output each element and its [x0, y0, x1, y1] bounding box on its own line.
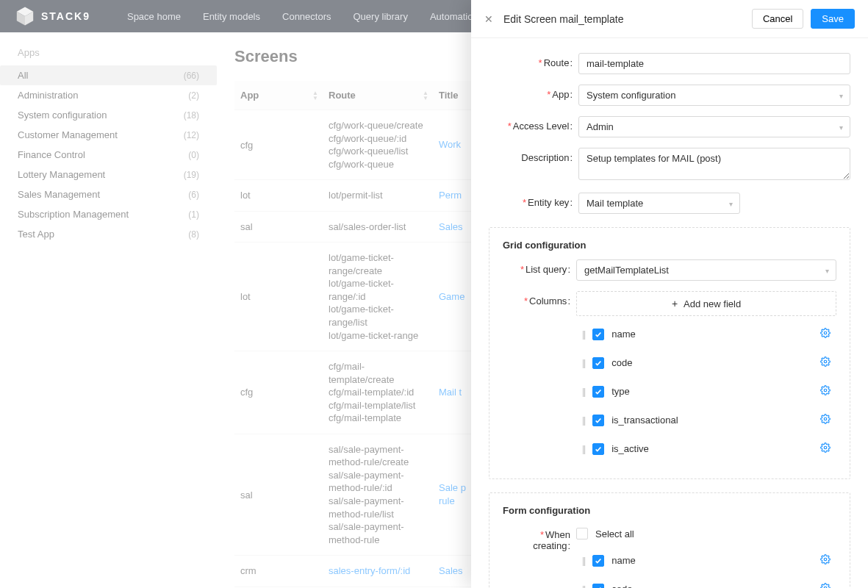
sidebar-item-count: (2) — [188, 90, 199, 101]
select-all-checkbox[interactable] — [576, 528, 588, 539]
access-select[interactable]: Admin — [578, 116, 850, 137]
drag-handle-icon[interactable]: || — [582, 358, 585, 368]
cell-route: cfg/work-queue/createcfg/work-queue/:idc… — [323, 110, 433, 180]
cell-app: sal — [234, 434, 323, 555]
column-field-item[interactable]: ||type — [576, 379, 836, 404]
description-textarea[interactable]: Setup templates for MAIL (post) — [578, 148, 850, 180]
field-checkbox[interactable] — [592, 584, 604, 589]
field-name-label: code — [611, 584, 820, 588]
column-field-item[interactable]: ||is_active — [576, 437, 836, 461]
sidebar-item-label: Sales Management — [18, 189, 100, 200]
nav-item[interactable]: Entity models — [203, 11, 260, 22]
field-name-label: is_active — [611, 443, 820, 454]
column-field-item[interactable]: ||name — [576, 548, 836, 573]
nav-item[interactable]: Query library — [354, 11, 408, 22]
sidebar-item-label: All — [18, 70, 28, 81]
field-checkbox[interactable] — [592, 329, 604, 340]
form-config-title: Form configuration — [503, 505, 836, 516]
sort-icon[interactable]: ▲▼ — [312, 90, 318, 101]
column-field-item[interactable]: ||is_transactional — [576, 408, 836, 432]
drag-handle-icon[interactable]: || — [582, 387, 585, 397]
field-checkbox[interactable] — [592, 357, 604, 369]
cancel-button[interactable]: Cancel — [752, 9, 803, 29]
field-name-label: name — [611, 329, 820, 340]
gear-icon[interactable] — [820, 583, 831, 588]
cell-route: lot/game-ticket-range/createlot/game-tic… — [323, 243, 433, 351]
nav-items: Space homeEntity modelsConnectorsQuery l… — [127, 11, 483, 22]
cell-route: sal/sale-payment-method-rule/createsal/s… — [323, 434, 433, 555]
gear-icon[interactable] — [820, 385, 831, 398]
cell-route: lot/permit-list — [323, 180, 433, 212]
gear-icon[interactable] — [820, 328, 831, 340]
sidebar-item[interactable]: System configuration(18) — [0, 105, 217, 125]
svg-point-5 — [824, 389, 827, 392]
column-field-item[interactable]: ||code — [576, 351, 836, 375]
sidebar-item-count: (66) — [184, 71, 199, 81]
col-header-app[interactable]: App ▲▼ — [234, 81, 323, 110]
save-button[interactable]: Save — [811, 9, 855, 29]
cell-app: sal — [234, 211, 323, 243]
field-checkbox[interactable] — [592, 443, 604, 455]
field-name-label: code — [611, 357, 820, 368]
app-select[interactable]: System configuration — [578, 85, 850, 106]
list-query-select[interactable]: getMailTemplateList — [576, 259, 836, 281]
sidebar-item[interactable]: All(66) — [0, 65, 217, 85]
cell-app: crm — [234, 556, 323, 587]
field-checkbox[interactable] — [592, 386, 604, 398]
sidebar-item-label: Customer Management — [18, 129, 118, 140]
add-field-button[interactable]: + Add new field — [576, 291, 836, 316]
drawer-body[interactable]: *Route *App System configuration ▾ *Acce… — [471, 38, 868, 588]
gear-icon[interactable] — [820, 414, 831, 426]
sidebar-item-count: (8) — [188, 229, 199, 240]
svg-point-8 — [824, 558, 827, 561]
entity-select[interactable]: Mail template — [578, 193, 740, 214]
sidebar-item-count: (1) — [188, 209, 199, 220]
column-field-item[interactable]: ||name — [576, 322, 836, 346]
field-name-label: is_transactional — [611, 415, 820, 426]
sidebar-item-label: Lottery Management — [18, 169, 105, 180]
sidebar-item[interactable]: Subscription Management(1) — [0, 204, 217, 224]
sort-icon[interactable]: ▲▼ — [423, 90, 428, 101]
sidebar-item-label: Subscription Management — [18, 209, 129, 220]
logo-text: STACK9 — [41, 10, 90, 22]
drag-handle-icon[interactable]: || — [582, 329, 585, 340]
entity-label: *Entity key — [489, 193, 578, 208]
sidebar-item[interactable]: Lottery Management(19) — [0, 165, 217, 184]
cell-app: lot — [234, 243, 323, 351]
sidebar-item[interactable]: Sales Management(6) — [0, 184, 217, 204]
drag-handle-icon[interactable]: || — [582, 556, 585, 566]
sidebar-item[interactable]: Administration(2) — [0, 85, 217, 105]
sidebar-item[interactable]: Test App(8) — [0, 224, 217, 244]
nav-item[interactable]: Connectors — [282, 11, 331, 22]
field-checkbox[interactable] — [592, 415, 604, 426]
nav-item[interactable]: Space home — [127, 11, 181, 22]
field-name-label: type — [611, 386, 820, 397]
gear-icon[interactable] — [820, 442, 831, 455]
close-icon[interactable]: ✕ — [484, 13, 493, 25]
svg-point-4 — [824, 360, 827, 363]
add-field-label: Add new field — [684, 298, 741, 309]
cell-route: cfg/mail-template/createcfg/mail-templat… — [323, 351, 433, 434]
field-checkbox[interactable] — [592, 555, 604, 567]
access-label: *Access Level — [489, 116, 578, 132]
cell-app: lot — [234, 180, 323, 212]
drag-handle-icon[interactable]: || — [582, 415, 585, 426]
sidebar-item[interactable]: Finance Control(0) — [0, 145, 217, 165]
gear-icon[interactable] — [820, 554, 831, 567]
sidebar-item-label: Administration — [18, 90, 78, 101]
field-name-label: name — [611, 555, 820, 566]
svg-point-7 — [824, 446, 827, 449]
app-label: *App — [489, 85, 578, 100]
drag-handle-icon[interactable]: || — [582, 444, 585, 454]
route-input[interactable] — [578, 53, 850, 74]
col-header-route[interactable]: Route ▲▼ — [323, 81, 433, 110]
sidebar-item-count: (12) — [184, 130, 199, 140]
sidebar-item[interactable]: Customer Management(12) — [0, 125, 217, 145]
logo: STACK9 — [15, 6, 90, 26]
column-field-item[interactable]: ||code — [576, 577, 836, 588]
route-label: *Route — [489, 53, 578, 68]
grid-config-title: Grid configuration — [503, 240, 836, 251]
drag-handle-icon[interactable]: || — [582, 584, 585, 589]
gear-icon[interactable] — [820, 356, 831, 369]
sidebar-item-count: (6) — [188, 190, 199, 200]
